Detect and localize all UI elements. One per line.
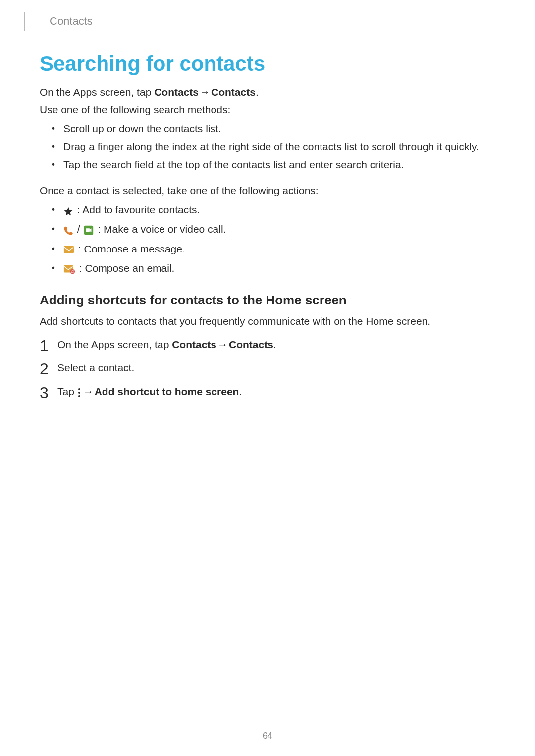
bold-text: Add shortcut to home screen: [95, 386, 239, 397]
list-item: Scroll up or down the contacts list.: [63, 121, 495, 137]
page-number: 64: [0, 731, 535, 741]
search-methods-list: Scroll up or down the contacts list. Dra…: [40, 121, 495, 173]
arrow-right-icon: →: [82, 383, 95, 400]
shortcut-desc: Add shortcuts to contacts that you frequ…: [40, 314, 495, 329]
text: Tap: [57, 386, 77, 397]
text: .: [256, 86, 259, 98]
shortcut-steps: On the Apps screen, tap Contacts → Conta…: [40, 336, 495, 401]
text: On the Apps screen, tap: [40, 86, 154, 98]
action-text: : Make a voice or video call.: [95, 223, 226, 235]
list-item: Drag a finger along the index at the rig…: [63, 139, 495, 155]
video-call-icon: [83, 221, 94, 239]
phone-icon: [63, 221, 73, 239]
list-item: : Compose a message.: [63, 240, 495, 258]
list-item: : Add to favourite contacts.: [63, 201, 495, 219]
star-icon: [63, 202, 73, 220]
actions-list: : Add to favourite contacts. / : Make a …: [40, 201, 495, 278]
bold-text: Contacts: [154, 86, 199, 98]
step-item: Tap → Add shortcut to home screen.: [40, 383, 495, 401]
action-text: : Compose an email.: [76, 262, 174, 274]
intro-line-2: Use one of the following search methods:: [40, 102, 495, 117]
svg-point-6: [78, 392, 80, 394]
more-options-icon: [77, 384, 81, 401]
list-item: Tap the search field at the top of the c…: [63, 157, 495, 173]
section-header: Contacts: [50, 15, 93, 28]
svg-text:@: @: [71, 270, 74, 274]
bold-text: Contacts: [211, 86, 256, 98]
svg-rect-1: [64, 246, 74, 253]
arrow-right-icon: →: [216, 336, 229, 353]
step-item: Select a contact.: [40, 359, 495, 376]
list-item: @ : Compose an email.: [63, 259, 495, 278]
step-item: On the Apps screen, tap Contacts → Conta…: [40, 336, 495, 353]
text: On the Apps screen, tap: [57, 339, 172, 350]
bold-text: Contacts: [229, 339, 273, 350]
email-icon: @: [63, 260, 75, 278]
arrow-right-icon: →: [199, 85, 211, 100]
text: .: [239, 386, 242, 397]
svg-point-5: [78, 388, 80, 390]
text: .: [273, 339, 276, 350]
text: /: [74, 223, 83, 235]
action-text: : Add to favourite contacts.: [74, 204, 200, 215]
action-text: : Compose a message.: [75, 243, 185, 254]
header-divider: [24, 12, 25, 31]
intro-line-1: On the Apps screen, tap Contacts → Conta…: [40, 85, 495, 100]
svg-point-7: [78, 395, 80, 397]
bold-text: Contacts: [172, 339, 216, 350]
message-icon: [63, 241, 74, 258]
list-item: / : Make a voice or video call.: [63, 220, 495, 239]
shortcut-heading: Adding shortcuts for contacts to the Hom…: [40, 293, 495, 308]
page-title: Searching for contacts: [40, 52, 495, 76]
once-selected-text: Once a contact is selected, take one of …: [40, 183, 495, 198]
